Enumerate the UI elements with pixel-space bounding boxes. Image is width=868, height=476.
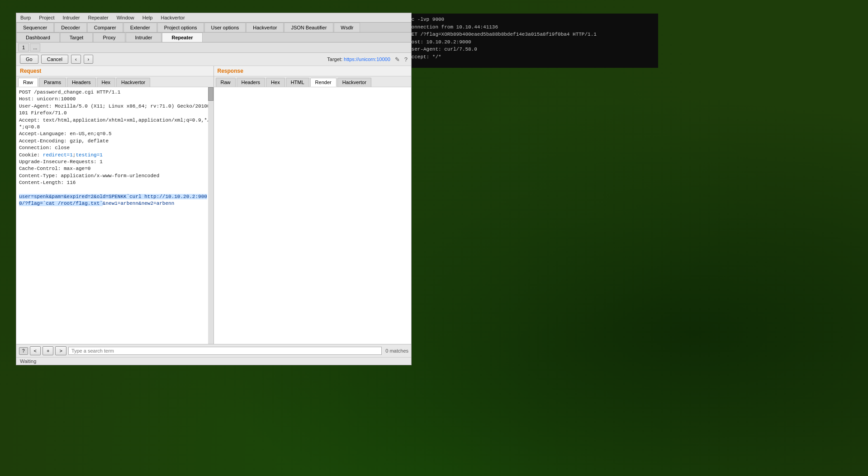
response-tab-render[interactable]: Render [310,78,337,87]
edit-icon[interactable]: ✎ [395,56,400,63]
target-url[interactable]: https://unicorn:10000 [344,57,390,62]
response-tab-html[interactable]: HTML [286,78,309,87]
response-tab-hex[interactable]: Hex [266,78,285,87]
search-matches: 0 matches [385,348,408,353]
request-tab-headers[interactable]: Headers [67,78,96,87]
nav-tabs: Dashboard Target Proxy Intruder Repeater [16,33,411,42]
main-content: Request Raw Params Headers Hex Hackverto… [16,66,411,344]
help-icon[interactable]: ? [404,56,408,63]
search-prev-button[interactable]: < [30,346,41,355]
menu-burp[interactable]: Burp [19,14,32,21]
forward-button[interactable]: › [84,55,94,64]
menu-intruder[interactable]: Intruder [62,14,81,21]
terminal-window: nc -lvp 9000Connection from 10.10.44:411… [405,14,658,68]
tab-number-1[interactable]: 1 [18,43,29,52]
response-body [214,87,412,344]
back-button[interactable]: ‹ [71,55,81,64]
scrollbar[interactable] [208,87,213,344]
search-forward-button[interactable]: > [55,346,66,355]
status-bar: Waiting [16,357,411,365]
menu-project[interactable]: Project [38,14,56,21]
request-panel: Request Raw Params Headers Hex Hackverto… [16,66,214,344]
toolbar-tab-extender[interactable]: Extender [123,23,157,32]
response-tab-raw[interactable]: Raw [216,78,236,87]
response-tab-headers[interactable]: Headers [237,78,266,87]
request-tab-hackvertor[interactable]: Hackvertor [116,78,150,87]
request-panel-title: Request [16,66,213,76]
request-tab-hex[interactable]: Hex [97,78,116,87]
tab-more-button[interactable]: ... [30,43,40,52]
menu-window[interactable]: Window [115,14,136,21]
toolbar-tab-comparer[interactable]: Comparer [87,23,123,32]
nav-tab-intruder[interactable]: Intruder [126,33,162,42]
search-bar: ? < + > 0 matches [16,344,411,357]
request-tab-params[interactable]: Params [39,78,66,87]
tab-number-row: 1 ... [16,42,411,53]
response-tab-hackvertor[interactable]: Hackvertor [337,78,371,87]
request-tab-raw[interactable]: Raw [18,78,38,87]
scroll-thumb[interactable] [208,87,213,101]
go-button[interactable]: Go [20,55,38,64]
nav-tab-repeater[interactable]: Repeater [162,33,202,42]
terminal-output: nc -lvp 9000Connection from 10.10.44:411… [408,16,655,61]
nav-tab-proxy[interactable]: Proxy [93,33,125,42]
toolbar-tab-decoder[interactable]: Decoder [54,23,87,32]
menu-help[interactable]: Help [141,14,154,21]
controls-row: Go Cancel ‹ › Target: https://unicorn:10… [16,53,411,66]
toolbar-tab-user-options[interactable]: User options [204,23,246,32]
target-prefix: Target: [327,57,344,62]
toolbar-tab-project-options[interactable]: Project options [157,23,204,32]
search-next-button[interactable]: + [43,346,53,355]
response-panel: Response Raw Headers Hex HTML Render Hac… [214,66,412,344]
menu-repeater[interactable]: Repeater [86,14,109,21]
search-help-button[interactable]: ? [19,347,28,355]
toolbar-tabs: Sequencer Decoder Comparer Extender Proj… [16,23,411,33]
nav-tab-target[interactable]: Target [60,33,93,42]
toolbar-tab-sequencer[interactable]: Sequencer [16,23,54,32]
toolbar-tab-wsdlr[interactable]: Wsdlr [334,23,360,32]
toolbar-tab-json-beautifier[interactable]: JSON Beautifier [284,23,333,32]
toolbar-tab-hackvertor[interactable]: Hackvertor [246,23,284,32]
response-panel-title: Response [214,66,412,76]
response-sub-tabs: Raw Headers Hex HTML Render Hackvertor [214,76,412,87]
menu-hackvertor[interactable]: Hackvertor [159,14,186,21]
status-text: Waiting [20,358,36,364]
nav-tab-dashboard[interactable]: Dashboard [16,33,60,42]
burp-window: Burp Project Intruder Repeater Window He… [16,13,412,365]
request-text[interactable]: POST /password_change.cgi HTTP/1.1 Host:… [16,87,213,344]
request-sub-tabs: Raw Params Headers Hex Hackvertor [16,76,213,87]
search-input[interactable] [68,347,382,355]
request-body: POST /password_change.cgi HTTP/1.1 Host:… [16,87,213,344]
menu-bar: Burp Project Intruder Repeater Window He… [16,13,411,23]
cancel-button[interactable]: Cancel [41,55,68,64]
target-label: Target: https://unicorn:10000 [327,57,390,62]
